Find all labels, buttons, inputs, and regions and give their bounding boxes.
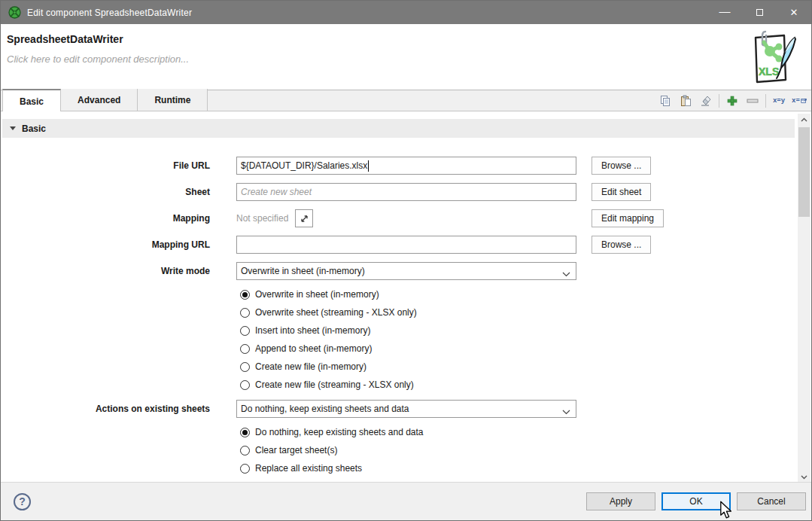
mapping-row: Mapping Not specified Edit mapping <box>1 209 811 227</box>
edit-mapping-button[interactable]: Edit mapping <box>592 209 664 227</box>
file-url-row: File URL ${DATAOUT_DIR}/Salaries.xlsx Br… <box>1 157 811 175</box>
add-icon[interactable] <box>725 93 740 108</box>
window-controls: — ✕ <box>707 1 811 24</box>
radio-selected-icon <box>240 428 250 437</box>
file-url-value: ${DATAOUT_DIR}/Salaries.xlsx <box>241 160 367 171</box>
actions-radio-group: Do nothing, keep existing sheets and dat… <box>240 423 811 477</box>
text-caret <box>368 160 369 172</box>
radio-append-to-sheet[interactable]: Append to sheet (in-memory) <box>240 340 811 358</box>
radio-icon <box>240 380 250 390</box>
chevron-down-icon <box>562 407 570 417</box>
tab-advanced[interactable]: Advanced <box>61 89 138 111</box>
tab-toolbar: x=y x= <box>658 90 811 111</box>
window-title: Edit component SpreadsheetDataWriter <box>27 8 192 18</box>
radio-replace-all-existing-sheets[interactable]: Replace all existing sheets <box>240 459 811 477</box>
scroll-up-icon[interactable] <box>798 114 810 126</box>
edit-component-dialog: Edit component SpreadsheetDataWriter — ✕… <box>0 0 812 521</box>
minimize-icon: — <box>719 5 731 17</box>
actions-selected-value: Do nothing, keep existing sheets and dat… <box>241 404 409 414</box>
mapping-label: Mapping <box>1 213 210 224</box>
chevron-down-icon <box>562 269 570 279</box>
mapping-url-input[interactable] <box>236 236 576 254</box>
section-basic-header[interactable]: Basic <box>2 119 795 138</box>
edit-sheet-button[interactable]: Edit sheet <box>592 183 651 201</box>
mapping-url-browse-button[interactable]: Browse ... <box>592 236 651 254</box>
basic-tab-content: Basic File URL ${DATAOUT_DIR}/Salaries.x… <box>1 111 811 483</box>
toolbar-separator <box>765 94 766 108</box>
tabstrip: Basic Advanced Runtime <box>1 90 811 111</box>
file-url-label: File URL <box>1 160 210 171</box>
radio-overwrite-sheet-streaming[interactable]: Overwrite sheet (streaming - XLSX only) <box>240 303 811 321</box>
svg-text:XLS: XLS <box>759 66 779 78</box>
xy-assign-icon[interactable]: x=y <box>771 93 786 108</box>
toolbar-separator <box>719 94 719 108</box>
file-url-browse-button[interactable]: Browse ... <box>592 157 651 175</box>
radio-icon <box>240 308 250 318</box>
x-window-assign-icon[interactable]: x= <box>792 93 807 108</box>
file-url-input[interactable]: ${DATAOUT_DIR}/Salaries.xlsx <box>236 157 576 175</box>
expand-diagonal-icon <box>300 214 309 224</box>
apply-button[interactable]: Apply <box>586 492 655 510</box>
radio-icon <box>240 344 250 354</box>
help-icon: ? <box>19 495 26 507</box>
tab-basic-label: Basic <box>20 96 44 107</box>
remove-icon[interactable] <box>745 93 760 108</box>
write-mode-radio-group: Overwrite in sheet (in-memory) Overwrite… <box>240 285 811 394</box>
actions-select[interactable]: Do nothing, keep existing sheets and dat… <box>236 400 576 418</box>
actions-label: Actions on existing sheets <box>1 404 210 414</box>
collapse-arrow-icon <box>10 126 16 130</box>
radio-icon <box>240 362 250 372</box>
radio-icon <box>240 464 250 474</box>
radio-overwrite-in-sheet[interactable]: Overwrite in sheet (in-memory) <box>240 285 811 303</box>
radio-do-nothing[interactable]: Do nothing, keep existing sheets and dat… <box>240 423 811 441</box>
scrollbar-thumb[interactable] <box>798 127 810 217</box>
spreadsheet-writer-xls-icon: XLS <box>745 29 799 87</box>
radio-insert-into-sheet[interactable]: Insert into sheet (in-memory) <box>240 321 811 340</box>
write-mode-selected-value: Overwrite in sheet (in-memory) <box>241 266 365 276</box>
sheet-row: Sheet Create new sheet Edit sheet <box>1 183 811 201</box>
maximize-button[interactable] <box>742 1 777 24</box>
vertical-scrollbar[interactable] <box>798 114 810 483</box>
maximize-icon <box>756 9 763 16</box>
component-header: SpreadsheetDataWriter Click here to edit… <box>1 24 811 90</box>
write-mode-row: Write mode Overwrite in sheet (in-memory… <box>1 262 811 280</box>
radio-icon <box>240 446 250 455</box>
radio-create-new-file[interactable]: Create new file (in-memory) <box>240 358 811 376</box>
eraser-icon[interactable] <box>698 93 713 108</box>
titlebar[interactable]: Edit component SpreadsheetDataWriter — ✕ <box>1 1 811 24</box>
tab-runtime[interactable]: Runtime <box>138 89 208 111</box>
sheet-label: Sheet <box>1 187 210 197</box>
cancel-button[interactable]: Cancel <box>737 492 806 510</box>
dialog-footer: ? Apply OK Cancel <box>1 482 811 520</box>
sheet-placeholder: Create new sheet <box>241 187 312 197</box>
radio-icon <box>240 326 250 336</box>
actions-row: Actions on existing sheets Do nothing, k… <box>1 400 811 418</box>
mapping-expand-button[interactable] <box>295 209 313 227</box>
copy-icon[interactable] <box>658 93 673 108</box>
ok-button[interactable]: OK <box>661 492 731 510</box>
write-mode-select[interactable]: Overwrite in sheet (in-memory) <box>236 262 576 280</box>
help-button[interactable]: ? <box>14 493 31 510</box>
component-description-placeholder[interactable]: Click here to edit component description… <box>7 53 805 65</box>
tab-basic[interactable]: Basic <box>2 89 61 112</box>
radio-create-new-file-streaming[interactable]: Create new file (streaming - XLSX only) <box>240 376 811 394</box>
tab-advanced-label: Advanced <box>78 95 120 105</box>
mapping-url-row: Mapping URL Browse ... <box>1 236 811 254</box>
mapping-status: Not specified <box>236 213 288 224</box>
minimize-button[interactable]: — <box>707 1 742 24</box>
component-name: SpreadsheetDataWriter <box>7 32 805 45</box>
tab-runtime-label: Runtime <box>154 95 190 105</box>
radio-clear-target-sheets[interactable]: Clear target sheet(s) <box>240 441 811 459</box>
write-mode-label: Write mode <box>1 266 210 276</box>
close-icon: ✕ <box>790 7 798 18</box>
paste-icon[interactable] <box>678 93 693 108</box>
mapping-url-label: Mapping URL <box>1 239 210 250</box>
radio-selected-icon <box>240 290 250 300</box>
clover-app-icon <box>8 6 21 19</box>
sheet-input[interactable]: Create new sheet <box>236 183 576 201</box>
close-button[interactable]: ✕ <box>777 1 811 24</box>
section-basic-title: Basic <box>22 123 46 134</box>
basic-form: File URL ${DATAOUT_DIR}/Salaries.xlsx Br… <box>1 138 811 477</box>
